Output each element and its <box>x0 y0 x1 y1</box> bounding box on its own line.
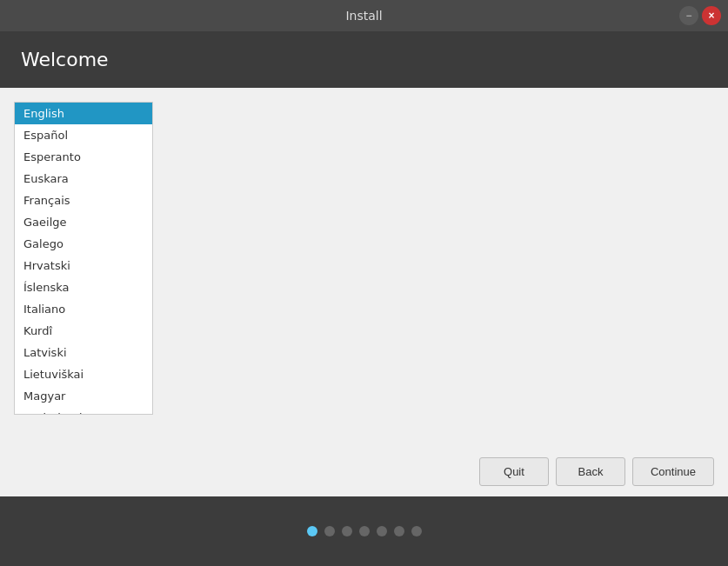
language-item-kurdi[interactable]: Kurdî <box>15 320 152 342</box>
language-item-esperanto[interactable]: Esperanto <box>15 146 152 168</box>
progress-dot-4 <box>377 526 387 536</box>
progress-dot-6 <box>411 526 422 536</box>
language-item-italiano[interactable]: Italiano <box>15 298 152 320</box>
language-item-magyar[interactable]: Magyar <box>15 385 152 407</box>
main-content: EnglishEspañolEsperantoEuskaraFrançaisGa… <box>0 88 728 496</box>
content-area: EnglishEspañolEsperantoEuskaraFrançaisGa… <box>0 88 728 447</box>
minimize-button[interactable]: − <box>679 6 698 25</box>
welcome-title: Welcome <box>21 49 707 70</box>
language-item-lietuviskai[interactable]: Lietuviškai <box>15 363 152 385</box>
language-item-english[interactable]: English <box>15 103 152 124</box>
continue-button[interactable]: Continue <box>632 457 714 486</box>
language-item-nederlands[interactable]: Nederlands <box>15 407 152 415</box>
progress-dot-2 <box>342 526 352 536</box>
language-item-espanol[interactable]: Español <box>15 124 152 146</box>
welcome-header: Welcome <box>0 31 728 88</box>
titlebar-title: Install <box>345 9 382 23</box>
language-item-gaeilge[interactable]: Gaeilge <box>15 211 152 233</box>
button-bar: Quit Back Continue <box>0 447 728 496</box>
progress-dot-5 <box>394 526 404 536</box>
close-button[interactable]: × <box>702 6 721 25</box>
language-item-latviski[interactable]: Latviski <box>15 342 152 363</box>
progress-dot-1 <box>324 526 335 536</box>
quit-button[interactable]: Quit <box>479 457 549 486</box>
language-item-hrvatski[interactable]: Hrvatski <box>15 255 152 276</box>
titlebar: Install − × <box>0 0 728 31</box>
language-item-galego[interactable]: Galego <box>15 233 152 255</box>
footer <box>0 496 728 566</box>
language-item-islenska[interactable]: Íslenska <box>15 276 152 298</box>
language-item-euskara[interactable]: Euskara <box>15 168 152 190</box>
back-button[interactable]: Back <box>556 457 625 486</box>
language-list[interactable]: EnglishEspañolEsperantoEuskaraFrançaisGa… <box>14 102 153 415</box>
progress-dot-0 <box>307 526 317 536</box>
titlebar-controls: − × <box>679 6 721 25</box>
progress-dot-3 <box>359 526 370 536</box>
language-item-francais[interactable]: Français <box>15 190 152 211</box>
